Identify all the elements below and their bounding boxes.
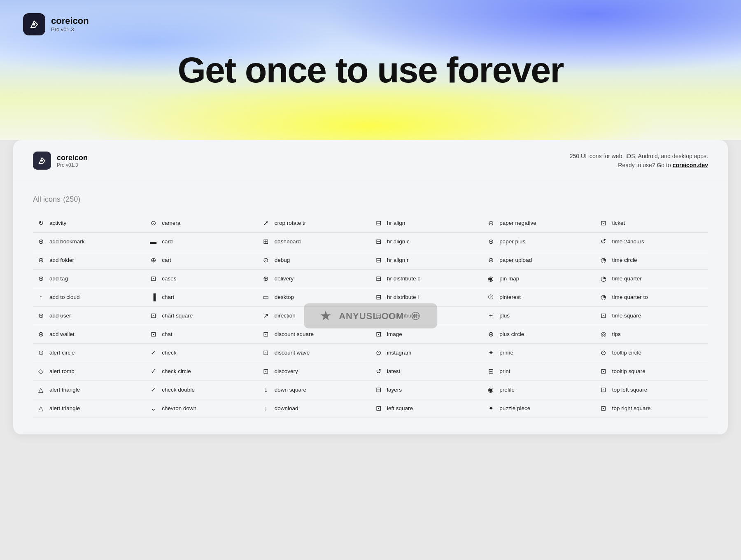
icon-item[interactable]: ⊕paper plus — [483, 233, 595, 251]
icon-label: delivery — [275, 275, 294, 282]
icon-item[interactable]: ◇alert romb — [33, 362, 145, 381]
icon-glyph: ✓ — [149, 367, 158, 376]
icon-label: time 24hours — [612, 238, 644, 245]
icon-item[interactable]: ↗direction — [258, 307, 370, 325]
icon-item[interactable]: ℗pinterest — [483, 288, 595, 307]
icon-item[interactable]: ⊕add tag — [33, 270, 145, 288]
icon-item[interactable]: +plus — [483, 307, 595, 325]
icon-glyph: ✦ — [486, 404, 495, 413]
icon-item[interactable]: ↑add to cloud — [33, 288, 145, 307]
icon-item[interactable]: ⊟hr distribute l — [370, 288, 483, 307]
card-description: 250 UI icons for web, iOS, Android, and … — [570, 152, 708, 170]
icon-label: paper plus — [499, 238, 525, 245]
icon-glyph: ↓ — [261, 404, 270, 413]
icon-item[interactable]: ⊕add bookmark — [33, 233, 145, 251]
icon-item[interactable]: ⊟hr distribute r — [370, 307, 483, 325]
icon-item[interactable]: ⊕paper upload — [483, 251, 595, 270]
icon-glyph: ⊙ — [374, 348, 383, 357]
icon-item[interactable]: ⊕cart — [145, 251, 258, 270]
icon-item[interactable]: ⊙camera — [145, 214, 258, 233]
icon-label: image — [387, 331, 402, 337]
icon-label: hr align r — [387, 257, 409, 263]
icon-item[interactable]: ⊡discount square — [258, 325, 370, 344]
icon-item[interactable]: ◔time circle — [596, 251, 708, 270]
icon-item[interactable]: ↓download — [258, 399, 370, 418]
icon-item[interactable]: ↓down square — [258, 381, 370, 399]
icon-item[interactable]: ◉profile — [483, 381, 595, 399]
icon-item[interactable]: ◔time quarter — [596, 270, 708, 288]
icon-item[interactable]: ⊟hr align — [370, 214, 483, 233]
icon-label: instagram — [387, 350, 411, 356]
icons-title-text: All icons — [33, 195, 61, 203]
icon-item[interactable]: ⊞dashboard — [258, 233, 370, 251]
icon-item[interactable]: ↺latest — [370, 362, 483, 381]
icon-label: plus circle — [499, 331, 524, 337]
icon-item[interactable]: ⊟hr align r — [370, 251, 483, 270]
icon-glyph: ▭ — [261, 293, 270, 302]
icon-item[interactable]: ⊡time square — [596, 307, 708, 325]
svg-point-0 — [33, 23, 35, 26]
icon-item[interactable]: ▐chart — [145, 288, 258, 307]
icon-glyph: ⊕ — [36, 330, 45, 339]
icon-item[interactable]: ◎tips — [596, 325, 708, 344]
icon-glyph: + — [486, 311, 495, 320]
icon-item[interactable]: ✦prime — [483, 344, 595, 362]
icon-glyph: ◎ — [599, 330, 608, 339]
icon-item[interactable]: ⊡chart square — [145, 307, 258, 325]
icons-section: All icons (250) ↻activity⊙camera⤢crop ro… — [13, 180, 728, 418]
icon-item[interactable]: ▬card — [145, 233, 258, 251]
icon-item[interactable]: ◉pin map — [483, 270, 595, 288]
hero-logo-icon — [23, 13, 45, 35]
icon-item[interactable]: ⊡chat — [145, 325, 258, 344]
icon-glyph: ↺ — [374, 367, 383, 376]
icon-item[interactable]: △alert triangle — [33, 381, 145, 399]
icon-item[interactable]: △alert triangle — [33, 399, 145, 418]
icon-label: paper upload — [499, 257, 532, 263]
icon-item[interactable]: ⊡tooltip square — [596, 362, 708, 381]
icon-glyph: ⊡ — [149, 311, 158, 320]
icon-glyph: ⊟ — [374, 274, 383, 283]
icon-label: add to cloud — [49, 294, 80, 300]
icon-item[interactable]: ⊡image — [370, 325, 483, 344]
icon-item[interactable]: ⊟hr align c — [370, 233, 483, 251]
icon-label: crop rotate tr — [275, 220, 306, 226]
icon-item[interactable]: ⊡ticket — [596, 214, 708, 233]
icon-item[interactable]: ✦puzzle piece — [483, 399, 595, 418]
icon-label: card — [162, 238, 172, 245]
hero-brand-version: Pro v01.3 — [51, 26, 89, 33]
icon-item[interactable]: ⊕add user — [33, 307, 145, 325]
icon-item[interactable]: ⊕delivery — [258, 270, 370, 288]
icon-glyph: ↗ — [261, 311, 270, 320]
icon-item[interactable]: ⊖paper negative — [483, 214, 595, 233]
icon-item[interactable]: ⊕add folder — [33, 251, 145, 270]
icon-item[interactable]: ⊟layers — [370, 381, 483, 399]
icon-item[interactable]: ◔time quarter to — [596, 288, 708, 307]
icon-item[interactable]: ✓check — [145, 344, 258, 362]
icon-item[interactable]: ⊟print — [483, 362, 595, 381]
icons-grid-wrapper: ↻activity⊙camera⤢crop rotate tr⊟hr align… — [33, 214, 708, 418]
icon-item[interactable]: ✓check circle — [145, 362, 258, 381]
icon-item[interactable]: ⊕add wallet — [33, 325, 145, 344]
icon-item[interactable]: ⊕plus circle — [483, 325, 595, 344]
icon-item[interactable]: ⊡top left square — [596, 381, 708, 399]
icon-item[interactable]: ⊙debug — [258, 251, 370, 270]
icon-item[interactable]: ⊙alert circle — [33, 344, 145, 362]
icon-glyph: ⊕ — [36, 311, 45, 320]
icon-item[interactable]: ⌄chevron down — [145, 399, 258, 418]
icon-item[interactable]: ⊡discount wave — [258, 344, 370, 362]
icon-item[interactable]: ⊡cases — [145, 270, 258, 288]
icon-item[interactable]: ▭desktop — [258, 288, 370, 307]
icon-item[interactable]: ⊙tooltip circle — [596, 344, 708, 362]
icon-item[interactable]: ⊡left square — [370, 399, 483, 418]
icon-item[interactable]: ⊡discovery — [258, 362, 370, 381]
icon-item[interactable]: ✓check double — [145, 381, 258, 399]
icon-label: pinterest — [499, 294, 521, 300]
icon-item[interactable]: ↺time 24hours — [596, 233, 708, 251]
icon-item[interactable]: ⊙instagram — [370, 344, 483, 362]
icon-item[interactable]: ⊡top right square — [596, 399, 708, 418]
icon-glyph: ⊡ — [261, 348, 270, 357]
icon-item[interactable]: ⤢crop rotate tr — [258, 214, 370, 233]
icon-item[interactable]: ⊟hr distribute c — [370, 270, 483, 288]
icon-item[interactable]: ↻activity — [33, 214, 145, 233]
card-link[interactable]: coreicon.dev — [673, 162, 708, 168]
